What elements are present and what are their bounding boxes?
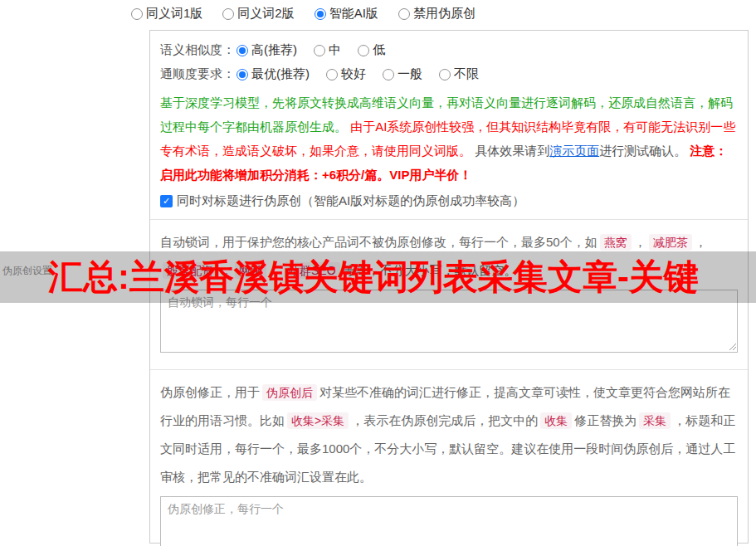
fluency-label: 通顺度要求：: [160, 66, 235, 82]
text-segment: 进行测试确认。: [599, 144, 686, 158]
radio-option-label: 智能AI版: [329, 6, 378, 22]
overlay-banner: 汇总:兰溪香溪镇关键词列表采集文章-关键: [0, 251, 756, 303]
fluency-radio-group: 最优(推荐)较好一般不限: [237, 66, 479, 82]
overlay-banner-text: 汇总:兰溪香溪镇关键词列表采集文章-关键: [48, 254, 699, 300]
radio-unselected-icon[interactable]: [358, 45, 369, 56]
radio-unselected-icon[interactable]: [326, 69, 338, 80]
similarity-row: 语义相似度： 高(推荐)中低: [160, 42, 738, 58]
similarity-label: 语义相似度：: [160, 42, 235, 58]
radio-option[interactable]: 禁用伪原创: [398, 6, 476, 22]
radio-option-label: 高(推荐): [251, 42, 297, 58]
radio-selected-icon[interactable]: [237, 69, 248, 80]
ai-mode-description: 基于深度学习模型，先将原文转换成高维语义向量，再对语义向量进行逐词解码，还原成自…: [160, 90, 738, 187]
radio-option-label: 低: [373, 42, 385, 58]
radio-option[interactable]: 同义词2版: [222, 6, 294, 22]
correction-textarea[interactable]: [160, 496, 738, 546]
radio-unselected-icon[interactable]: [439, 69, 451, 80]
radio-option-label: 一般: [398, 66, 422, 82]
text-segment: 自动锁词，用于保护您的核心产品词不被伪原创修改，每行一个，最多50个，如: [160, 235, 597, 249]
text-segment: 修正替换为: [574, 413, 637, 427]
text-segment: ，: [695, 235, 707, 249]
title-pseudo-checkbox-row[interactable]: 同时对标题进行伪原创（智能AI版对标题的伪原创成功率较高）: [160, 193, 738, 209]
keyword-chip: 收集>采集: [287, 412, 349, 429]
correction-textarea-wrap: [160, 496, 738, 546]
radio-option-label: 禁用伪原创: [413, 6, 476, 22]
text-segment: ，表示在伪原创完成后，把文中的: [351, 413, 538, 427]
checkbox-checked-icon[interactable]: [160, 195, 173, 207]
keyword-chip: 燕窝: [600, 234, 632, 251]
radio-option-label: 不限: [454, 66, 479, 82]
radio-option[interactable]: 同义词1版: [131, 6, 202, 22]
similarity-radio-group: 高(推荐)中低: [237, 42, 385, 58]
section-divider: [150, 369, 748, 370]
correction-description: 伪原创修正，用于伪原创后对某些不准确的词汇进行修正，提高文章可读性，使文章更符合…: [160, 378, 738, 491]
radio-selected-icon[interactable]: [237, 45, 248, 56]
radio-unselected-icon[interactable]: [314, 45, 325, 56]
radio-option-label: 中: [329, 42, 341, 58]
radio-unselected-icon[interactable]: [131, 8, 143, 20]
radio-option-label: 同义词1版: [146, 6, 202, 22]
demo-page-link[interactable]: 演示页面: [549, 144, 599, 158]
radio-unselected-icon[interactable]: [222, 8, 234, 20]
fluency-row: 通顺度要求： 最优(推荐)较好一般不限: [160, 66, 738, 82]
mode-radio-group: 同义词1版同义词2版智能AI版禁用伪原创: [131, 6, 476, 22]
radio-option[interactable]: 较好: [326, 66, 366, 82]
radio-option-label: 同义词2版: [237, 6, 294, 22]
radio-option-label: 最优(推荐): [251, 66, 310, 82]
title-pseudo-checkbox-label: 同时对标题进行伪原创（智能AI版对标题的伪原创成功率较高）: [177, 193, 524, 209]
radio-option[interactable]: 不限: [439, 66, 479, 82]
radio-selected-icon[interactable]: [315, 8, 326, 20]
radio-option[interactable]: 中: [314, 42, 341, 58]
radio-option[interactable]: 一般: [383, 66, 422, 82]
radio-option-label: 较好: [341, 66, 366, 82]
radio-option[interactable]: 最优(推荐): [237, 66, 310, 82]
section-divider: [150, 219, 748, 220]
radio-option[interactable]: 低: [358, 42, 385, 58]
text-segment: 伪原创修正，用于: [160, 385, 260, 399]
text-segment: ，: [634, 235, 646, 249]
pseudo-original-settings-page: 同义词1版同义词2版智能AI版禁用伪原创 语义相似度： 高(推荐)中低 通顺度要…: [0, 0, 756, 546]
radio-unselected-icon[interactable]: [383, 69, 394, 80]
text-segment: 具体效果请到: [471, 144, 549, 158]
keyword-chip: 采集: [639, 412, 671, 429]
keyword-chip: 减肥茶: [649, 234, 692, 251]
radio-unselected-icon[interactable]: [398, 8, 410, 20]
keyword-chip: 伪原创后: [262, 384, 317, 401]
radio-option[interactable]: 智能AI版: [315, 6, 378, 22]
radio-option[interactable]: 高(推荐): [237, 42, 297, 58]
keyword-chip: 收集: [540, 412, 572, 429]
